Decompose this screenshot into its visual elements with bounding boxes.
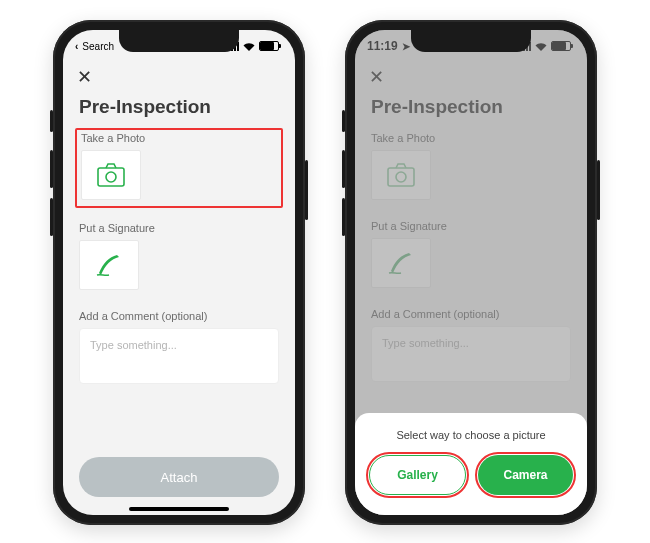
sheet-title: Select way to choose a picture [369, 429, 573, 441]
photo-section-highlight: Take a Photo [75, 128, 283, 208]
close-icon[interactable]: ✕ [77, 68, 92, 86]
notch [119, 30, 239, 52]
signature-label: Put a Signature [79, 222, 279, 234]
comment-label: Add a Comment (optional) [79, 310, 279, 322]
pen-icon [95, 253, 123, 277]
nav-bar: ✕ [63, 62, 295, 92]
phone-frame-right: 11:19 ➤ ✕ Pre-Inspection Take a Photo [345, 20, 597, 525]
comment-placeholder: Type something... [90, 339, 177, 351]
battery-icon [259, 41, 279, 51]
content: Pre-Inspection Take a Photo Put a Signat… [63, 92, 295, 447]
svg-point-1 [106, 172, 116, 182]
signature-tile[interactable] [79, 240, 139, 290]
attach-button[interactable]: Attach [79, 457, 279, 497]
action-sheet: Select way to choose a picture Gallery C… [355, 413, 587, 515]
screen-right: 11:19 ➤ ✕ Pre-Inspection Take a Photo [355, 30, 587, 515]
gallery-button[interactable]: Gallery [369, 455, 466, 495]
back-chevron-icon[interactable]: ‹ [75, 41, 78, 52]
back-label[interactable]: Search [82, 41, 114, 52]
page-title: Pre-Inspection [79, 96, 279, 118]
notch [411, 30, 531, 52]
wifi-icon [243, 42, 255, 51]
comment-input[interactable]: Type something... [79, 328, 279, 384]
camera-icon [97, 163, 125, 187]
camera-button[interactable]: Camera [478, 455, 573, 495]
take-photo-tile[interactable] [81, 150, 141, 200]
phone-frame-left: ‹ Search ✕ Pre-Inspection Take a Photo [53, 20, 305, 525]
photo-label: Take a Photo [81, 132, 279, 144]
screen-left: ‹ Search ✕ Pre-Inspection Take a Photo [63, 30, 295, 515]
home-indicator[interactable] [129, 507, 229, 511]
svg-rect-0 [98, 168, 124, 186]
